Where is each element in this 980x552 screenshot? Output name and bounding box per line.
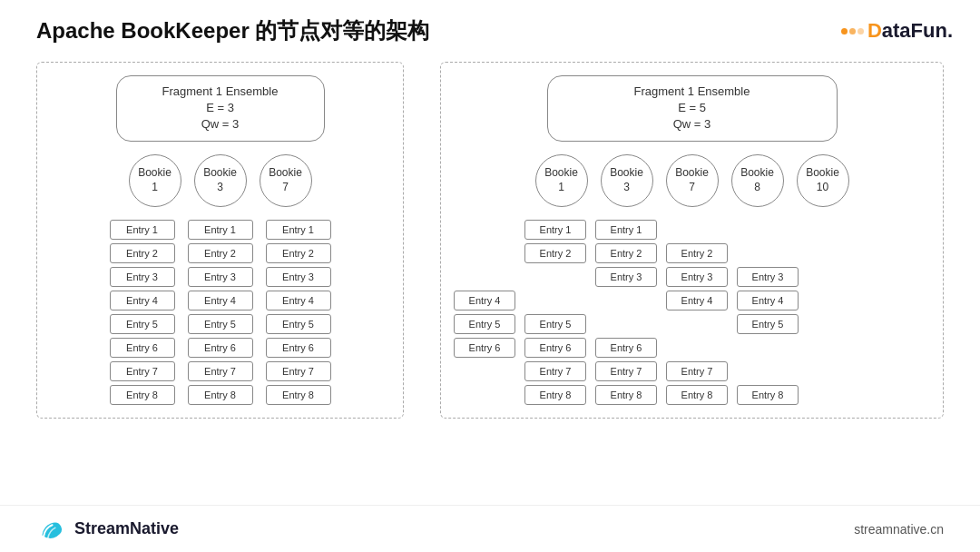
list-item: Entry 2 <box>266 243 331 263</box>
right-bookie-10: Bookie10 <box>797 154 849 207</box>
list-item: Entry 2 <box>524 243 586 263</box>
spacer <box>595 291 657 310</box>
list-item: Entry 5 <box>110 314 175 334</box>
left-ensemble-line1: Fragment 1 Ensemble <box>132 84 309 100</box>
right-col-1: Entry 4 Entry 5 Entry 6 <box>454 220 515 405</box>
main-content: Fragment 1 Ensemble E = 3 Qw = 3 Bookie1… <box>0 53 980 419</box>
spacer <box>737 361 799 381</box>
left-diagram: Fragment 1 Ensemble E = 3 Qw = 3 Bookie1… <box>36 62 404 419</box>
right-bookie-3: Bookie3 <box>601 154 653 207</box>
right-col-4: Entry 2 Entry 3 Entry 4 Entry 7 Entry 8 <box>666 220 728 405</box>
list-item: Entry 7 <box>666 361 728 381</box>
header: Apache BookKeeper 的节点对等的架构 DataFun. <box>0 0 980 53</box>
list-item: Entry 5 <box>266 314 331 334</box>
right-ensemble-line3: Qw = 3 <box>563 116 822 133</box>
list-item: Entry 6 <box>188 338 253 358</box>
spacer <box>524 267 586 287</box>
spacer <box>737 243 799 263</box>
list-item: Entry 1 <box>595 220 657 240</box>
left-bookie-7: Bookie7 <box>260 154 312 207</box>
list-item: Entry 3 <box>266 267 331 287</box>
list-item: Entry 8 <box>524 385 586 405</box>
spacer <box>454 385 515 405</box>
spacer <box>737 220 799 240</box>
right-col-2: Entry 1 Entry 2 Entry 5 Entry 6 Entry 7 … <box>524 220 586 405</box>
footer: StreamNative streamnative.cn <box>0 505 980 552</box>
datafun-logo-text: DataFun. <box>867 19 953 43</box>
spacer <box>524 291 586 310</box>
list-item: Entry 8 <box>595 385 657 405</box>
list-item: Entry 2 <box>188 243 253 263</box>
logo-dot-2 <box>849 28 856 34</box>
right-bookie-8: Bookie8 <box>731 154 784 207</box>
right-bookie-row: Bookie1 Bookie3 Bookie7 Bookie8 Bookie10 <box>454 154 930 207</box>
list-item: Entry 2 <box>595 243 657 263</box>
list-item: Entry 6 <box>266 338 331 358</box>
logo-dot-3 <box>858 28 864 34</box>
spacer <box>666 220 728 240</box>
list-item: Entry 3 <box>737 267 799 287</box>
list-item: Entry 7 <box>110 361 175 381</box>
left-col-2: Entry 1 Entry 2 Entry 3 Entry 4 Entry 5 … <box>188 220 253 405</box>
left-ensemble-box: Fragment 1 Ensemble E = 3 Qw = 3 <box>116 75 325 142</box>
list-item: Entry 1 <box>266 220 331 240</box>
list-item: Entry 4 <box>666 291 728 310</box>
left-ensemble-line2: E = 3 <box>132 100 309 116</box>
list-item: Entry 3 <box>188 267 253 287</box>
list-item: Entry 3 <box>595 267 657 287</box>
list-item: Entry 2 <box>666 243 728 263</box>
list-item: Entry 6 <box>524 338 586 358</box>
list-item: Entry 8 <box>266 385 331 405</box>
right-ensemble-line1: Fragment 1 Ensemble <box>563 84 822 100</box>
list-item: Entry 8 <box>737 385 799 405</box>
list-item: Entry 5 <box>737 314 799 334</box>
list-item: Entry 8 <box>110 385 175 405</box>
right-col-3: Entry 1 Entry 2 Entry 3 Entry 6 Entry 7 … <box>595 220 657 405</box>
list-item: Entry 4 <box>454 291 515 310</box>
list-item: Entry 6 <box>595 338 657 358</box>
list-item: Entry 4 <box>266 291 331 310</box>
list-item: Entry 8 <box>666 385 728 405</box>
list-item: Entry 1 <box>110 220 175 240</box>
list-item: Entry 4 <box>110 291 175 310</box>
left-bookie-row: Bookie1 Bookie3 Bookie7 <box>50 154 390 207</box>
spacer <box>454 243 515 263</box>
spacer <box>595 314 657 334</box>
spacer <box>666 314 728 334</box>
list-item: Entry 5 <box>454 314 515 334</box>
footer-url: streamnative.cn <box>854 522 944 537</box>
list-item: Entry 2 <box>110 243 175 263</box>
logo-dot-1 <box>841 28 848 34</box>
spacer <box>454 267 515 287</box>
streamnative-icon <box>36 515 65 544</box>
right-ensemble-line2: E = 5 <box>563 100 822 116</box>
list-item: Entry 3 <box>666 267 728 287</box>
right-ensemble-box: Fragment 1 Ensemble E = 5 Qw = 3 <box>547 75 838 142</box>
list-item: Entry 7 <box>266 361 331 381</box>
spacer <box>666 338 728 358</box>
list-item: Entry 1 <box>188 220 253 240</box>
spacer <box>454 220 515 240</box>
streamnative-brand-text: StreamNative <box>74 519 179 538</box>
list-item: Entry 6 <box>454 338 515 358</box>
list-item: Entry 7 <box>595 361 657 381</box>
list-item: Entry 8 <box>188 385 253 405</box>
left-ensemble-line3: Qw = 3 <box>132 116 309 133</box>
left-entries-section: Entry 1 Entry 2 Entry 3 Entry 4 Entry 5 … <box>50 220 390 405</box>
right-entries-section: Entry 4 Entry 5 Entry 6 Entry 1 Entry 2 … <box>454 220 930 405</box>
right-bookie-1: Bookie1 <box>535 154 588 207</box>
right-col-5: Entry 3 Entry 4 Entry 5 Entry 8 <box>737 220 799 405</box>
left-col-3: Entry 1 Entry 2 Entry 3 Entry 4 Entry 5 … <box>266 220 331 405</box>
list-item: Entry 4 <box>188 291 253 310</box>
list-item: Entry 4 <box>737 291 799 310</box>
left-bookie-3: Bookie3 <box>194 154 247 207</box>
left-col-1: Entry 1 Entry 2 Entry 3 Entry 4 Entry 5 … <box>110 220 175 405</box>
list-item: Entry 3 <box>110 267 175 287</box>
right-bookie-7: Bookie7 <box>666 154 719 207</box>
streamnative-logo: StreamNative <box>36 515 179 544</box>
list-item: Entry 7 <box>188 361 253 381</box>
list-item: Entry 5 <box>188 314 253 334</box>
page-title: Apache BookKeeper 的节点对等的架构 <box>36 16 429 45</box>
spacer <box>737 338 799 358</box>
right-diagram: Fragment 1 Ensemble E = 5 Qw = 3 Bookie1… <box>440 62 944 419</box>
